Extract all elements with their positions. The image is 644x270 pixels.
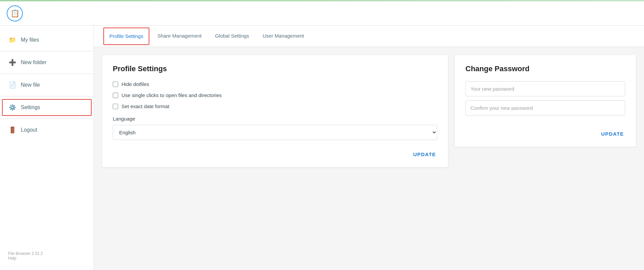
add-folder-icon: ➕ xyxy=(9,59,16,66)
sidebar-item-logout[interactable]: 🚪 Logout xyxy=(0,121,94,139)
password-update-button[interactable]: UPDATE xyxy=(600,129,625,139)
sidebar-item-new-folder[interactable]: ➕ New folder xyxy=(0,53,94,72)
logo[interactable]: 📋 xyxy=(7,5,23,21)
topbar: 📋 xyxy=(0,1,644,26)
profile-settings-title: Profile Settings xyxy=(113,64,437,73)
sidebar-item-label: Settings xyxy=(21,104,40,110)
single-clicks-row[interactable]: Use single clicks to open files and dire… xyxy=(113,92,437,98)
folder-icon: 📁 xyxy=(9,36,16,44)
sidebar-item-label: Logout xyxy=(21,127,37,133)
new-file-icon: 📄 xyxy=(9,81,16,89)
profile-update-button[interactable]: UPDATE xyxy=(412,149,437,159)
exact-date-row[interactable]: Set exact date format xyxy=(113,103,437,109)
language-select[interactable]: English Spanish French German Portuguese xyxy=(113,125,437,140)
sidebar-item-my-files[interactable]: 📁 My files xyxy=(0,31,94,49)
tab-share-management[interactable]: Share Management xyxy=(151,26,208,47)
sidebar-item-settings[interactable]: ⚙️ Settings xyxy=(2,99,92,116)
hide-dotfiles-label: Hide dotfiles xyxy=(121,81,149,87)
settings-icon: ⚙️ xyxy=(9,104,16,111)
tabs-bar: Profile Settings Share Management Global… xyxy=(94,26,644,47)
tab-user-management[interactable]: User Management xyxy=(256,26,310,47)
single-clicks-label: Use single clicks to open files and dire… xyxy=(121,92,221,98)
new-password-input[interactable] xyxy=(465,81,625,96)
divider-1 xyxy=(0,51,94,51)
tab-global-settings[interactable]: Global Settings xyxy=(208,26,256,47)
exact-date-label: Set exact date format xyxy=(121,103,169,109)
help-link[interactable]: Help xyxy=(8,256,16,261)
change-password-card: Change Password UPDATE xyxy=(455,55,636,147)
confirm-password-input[interactable] xyxy=(465,100,625,116)
profile-update-row: UPDATE xyxy=(113,149,437,159)
sidebar-footer: File Browser 2.31.2 Help xyxy=(0,246,94,266)
sidebar-item-label: New folder xyxy=(21,59,46,65)
divider-2 xyxy=(0,74,94,74)
main-content: Profile Settings Share Management Global… xyxy=(94,26,644,270)
change-password-title: Change Password xyxy=(465,64,625,73)
sidebar: 📁 My files ➕ New folder 📄 New file ⚙️ Se… xyxy=(0,26,94,270)
password-update-row: UPDATE xyxy=(465,129,625,139)
divider-4 xyxy=(0,119,94,119)
hide-dotfiles-row[interactable]: Hide dotfiles xyxy=(113,81,437,87)
logout-icon: 🚪 xyxy=(9,126,16,134)
tab-profile-settings[interactable]: Profile Settings xyxy=(103,28,149,45)
single-clicks-checkbox[interactable] xyxy=(113,93,118,98)
sidebar-item-new-file[interactable]: 📄 New file xyxy=(0,76,94,94)
sidebar-item-label: My files xyxy=(21,37,39,43)
version-label: File Browser 2.31.2 xyxy=(8,251,86,256)
exact-date-checkbox[interactable] xyxy=(113,104,118,109)
language-label: Language xyxy=(113,116,437,122)
sidebar-item-label: New file xyxy=(21,82,40,88)
hide-dotfiles-checkbox[interactable] xyxy=(113,82,118,87)
profile-settings-card: Profile Settings Hide dotfiles Use singl… xyxy=(102,55,448,167)
logo-icon: 📋 xyxy=(10,9,19,18)
divider-3 xyxy=(0,96,94,96)
content-area: Profile Settings Hide dotfiles Use singl… xyxy=(94,47,644,175)
